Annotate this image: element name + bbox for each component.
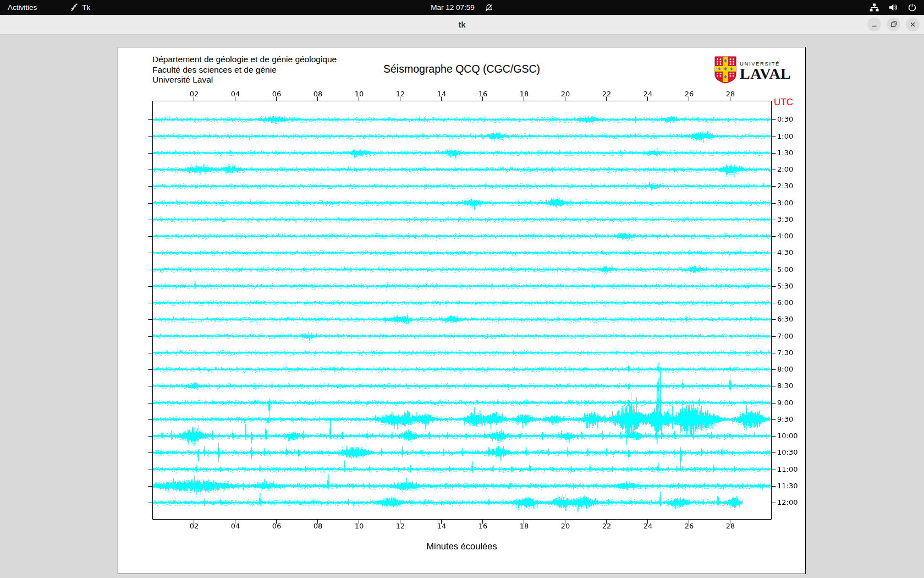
x-tick-label-top: 20 xyxy=(561,90,570,98)
x-tick-label-top: 10 xyxy=(355,90,364,98)
minimize-button[interactable] xyxy=(867,18,881,31)
x-axis-title: Minutes écoulées xyxy=(118,541,805,552)
x-tick-label-bottom: 28 xyxy=(726,522,735,530)
window-title-bar: tk xyxy=(0,15,924,35)
utc-time-label: 1:30 xyxy=(777,149,793,157)
utc-time-label: 8:00 xyxy=(777,365,793,373)
utc-time-label: 11:30 xyxy=(777,482,798,490)
utc-time-label: 3:30 xyxy=(777,215,793,223)
x-tick-label-bottom: 02 xyxy=(190,522,199,530)
x-tick-label-top: 02 xyxy=(190,90,199,98)
x-tick-label-top: 14 xyxy=(437,90,447,98)
utc-time-label: 9:00 xyxy=(777,399,793,407)
x-tick-label-top: 28 xyxy=(726,90,735,98)
utc-time-label: 5:30 xyxy=(777,282,793,290)
top-bar: Activities Tk Mar 12 07:59 xyxy=(0,0,924,15)
x-tick-label-bottom: 20 xyxy=(561,522,570,530)
utc-time-label: 5:00 xyxy=(777,265,793,274)
utc-time-label: 8:30 xyxy=(777,381,793,390)
utc-time-label: 3:00 xyxy=(777,199,793,207)
maximize-button[interactable] xyxy=(887,18,900,31)
utc-time-label: 4:00 xyxy=(777,232,793,240)
utc-time-label: 0:30 xyxy=(777,115,793,123)
x-tick-label-bottom: 12 xyxy=(396,522,405,530)
x-tick-label-top: 18 xyxy=(520,90,529,98)
close-button[interactable] xyxy=(906,18,920,31)
x-tick-label-top: 22 xyxy=(602,90,612,98)
seismogram-plot xyxy=(118,47,805,574)
x-tick-label-bottom: 04 xyxy=(231,522,240,530)
utc-time-label: 6:30 xyxy=(777,315,793,323)
x-tick-label-bottom: 24 xyxy=(644,522,653,530)
bell-slash-icon[interactable] xyxy=(485,4,493,12)
utc-time-label: 7:30 xyxy=(777,348,793,357)
utc-time-label: 6:00 xyxy=(777,298,793,307)
minimize-icon xyxy=(871,20,877,30)
x-tick-label-bottom: 18 xyxy=(520,522,529,530)
volume-icon xyxy=(889,3,898,12)
x-tick-label-top: 08 xyxy=(314,90,323,98)
utc-time-label: 9:30 xyxy=(777,415,793,423)
close-icon xyxy=(910,20,916,30)
seismograph-canvas: Département de géologie et de génie géol… xyxy=(118,47,806,574)
x-tick-label-top: 26 xyxy=(685,90,694,98)
x-tick-label-top: 06 xyxy=(272,90,282,98)
power-icon xyxy=(908,3,916,12)
utc-time-label: 11:00 xyxy=(777,465,798,473)
window-title: tk xyxy=(0,15,924,34)
utc-time-label: 1:00 xyxy=(777,132,793,140)
x-tick-label-bottom: 10 xyxy=(355,522,364,530)
x-tick-label-bottom: 16 xyxy=(479,522,488,530)
utc-time-label: 10:30 xyxy=(777,448,798,456)
x-tick-label-bottom: 14 xyxy=(437,522,447,530)
clock[interactable]: Mar 12 07:59 xyxy=(431,3,475,12)
network-icon xyxy=(870,3,879,12)
x-tick-label-top: 16 xyxy=(479,90,488,98)
x-tick-label-bottom: 06 xyxy=(272,522,282,530)
x-tick-label-bottom: 08 xyxy=(314,522,323,530)
maximize-icon xyxy=(890,20,897,30)
x-tick-label-bottom: 26 xyxy=(685,522,694,530)
system-tray[interactable] xyxy=(870,0,924,15)
utc-time-label: 2:00 xyxy=(777,165,793,173)
x-tick-label-top: 04 xyxy=(231,90,240,98)
utc-time-label: 7:00 xyxy=(777,332,793,340)
utc-time-label: 4:30 xyxy=(777,248,793,257)
x-tick-label-top: 24 xyxy=(644,90,653,98)
utc-time-label: 10:00 xyxy=(777,432,798,440)
utc-time-label: 2:30 xyxy=(777,182,793,190)
utc-time-label: 12:00 xyxy=(777,498,798,506)
tk-window-background: Département de géologie et de génie géol… xyxy=(0,35,924,578)
x-tick-label-top: 12 xyxy=(396,90,405,98)
x-tick-label-bottom: 22 xyxy=(602,522,612,530)
